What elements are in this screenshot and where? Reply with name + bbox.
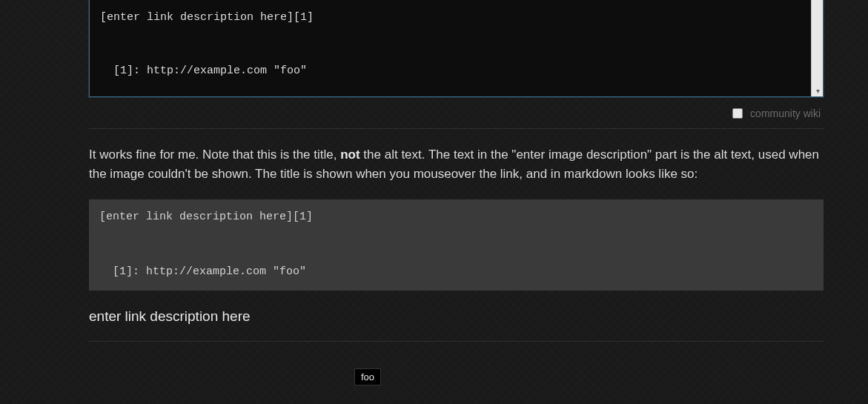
code-sample: [enter link description here][1] [1]: ht… [89,199,824,291]
wiki-option-row: community wiki [89,97,824,127]
rendered-link[interactable]: enter link description here [89,308,251,325]
link-tooltip: foo [354,368,381,385]
community-wiki-checkbox[interactable] [732,108,743,119]
answer-bold: not [340,148,360,162]
markdown-editor[interactable]: [enter link description here][1] [1]: ht… [90,0,823,96]
divider-bottom [89,341,824,342]
answer-text-1: It works fine for me. Note that this is … [89,148,340,162]
editor-container: [enter link description here][1] [1]: ht… [89,0,824,97]
main-content: [enter link description here][1] [1]: ht… [89,0,824,342]
editor-scrollbar[interactable]: ▾ [811,0,823,96]
divider [89,128,824,129]
community-wiki-label: community wiki [750,107,821,119]
scroll-down-icon[interactable]: ▾ [813,87,822,96]
answer-body: It works fine for me. Note that this is … [89,145,824,185]
